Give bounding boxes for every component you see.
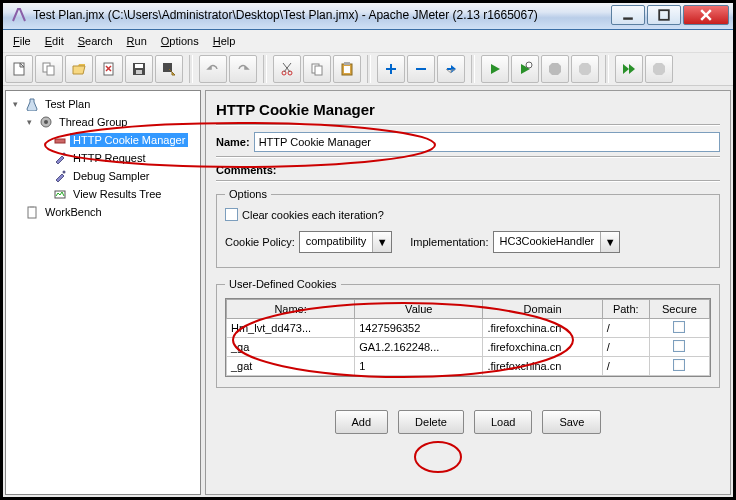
minimize-button[interactable]: [611, 5, 645, 25]
save-button[interactable]: Save: [542, 410, 601, 434]
tree-debug-sampler[interactable]: Debug Sampler: [8, 167, 198, 185]
table-row[interactable]: _gat1.firefoxchina.cn/: [227, 357, 710, 376]
name-label: Name:: [216, 136, 250, 148]
window-titlebar: Test Plan.jmx (C:\Users\Administrator\De…: [0, 0, 736, 30]
policy-label: Cookie Policy:: [225, 236, 295, 248]
tree-cookie-manager[interactable]: HTTP Cookie Manager: [8, 131, 198, 149]
svg-rect-22: [344, 62, 350, 65]
toggle-icon[interactable]: [437, 55, 465, 83]
cut-icon[interactable]: [273, 55, 301, 83]
close-button[interactable]: [683, 5, 729, 25]
tree-http-request[interactable]: HTTP Request: [8, 149, 198, 167]
options-fieldset: Options Clear cookies each iteration? Co…: [216, 188, 720, 268]
new-file-icon[interactable]: [5, 55, 33, 83]
redo-icon[interactable]: [229, 55, 257, 83]
col-value[interactable]: Value: [355, 300, 483, 319]
scope-icon: [52, 186, 68, 202]
svg-marker-30: [579, 63, 591, 75]
save-icon[interactable]: [125, 55, 153, 83]
add-button[interactable]: Add: [335, 410, 389, 434]
dropper-icon: [52, 150, 68, 166]
menu-options[interactable]: Options: [155, 33, 205, 49]
collapse-icon[interactable]: [407, 55, 435, 83]
panel-heading: HTTP Cookie Manager: [216, 97, 720, 124]
svg-rect-36: [55, 139, 65, 143]
open-icon[interactable]: [65, 55, 93, 83]
dropper-icon: [52, 168, 68, 184]
table-row[interactable]: _gaGA1.2.162248....firefoxchina.cn/: [227, 338, 710, 357]
remote-start-icon[interactable]: [615, 55, 643, 83]
cookies-table[interactable]: Name: Value Domain Path: Secure Hm_lvt_d…: [226, 299, 710, 376]
tree-panel[interactable]: ▾ Test Plan ▾ Thread Group HTTP Cookie M…: [5, 90, 201, 495]
copy-icon[interactable]: [303, 55, 331, 83]
save-as-icon[interactable]: [155, 55, 183, 83]
menu-bar: File Edit Search Run Options Help: [0, 30, 736, 52]
paste-icon[interactable]: [333, 55, 361, 83]
load-button[interactable]: Load: [474, 410, 532, 434]
cookies-legend: User-Defined Cookies: [225, 278, 341, 290]
tree-view-results[interactable]: View Results Tree: [8, 185, 198, 203]
svg-rect-19: [315, 66, 322, 75]
expand-icon[interactable]: [377, 55, 405, 83]
close-file-icon[interactable]: [95, 55, 123, 83]
cookie-icon: [52, 132, 68, 148]
svg-rect-21: [344, 66, 350, 73]
table-row[interactable]: Hm_lvt_dd473...1427596352.firefoxchina.c…: [227, 319, 710, 338]
delete-button[interactable]: Delete: [398, 410, 464, 434]
col-path[interactable]: Path:: [602, 300, 649, 319]
svg-marker-31: [623, 64, 629, 74]
window-title: Test Plan.jmx (C:\Users\Administrator\De…: [33, 8, 611, 22]
chevron-down-icon: ▼: [601, 232, 619, 252]
col-secure[interactable]: Secure: [649, 300, 709, 319]
beaker-icon: [24, 96, 40, 112]
cookies-fieldset: User-Defined Cookies Name: Value Domain …: [216, 278, 720, 388]
clipboard-icon: [24, 204, 40, 220]
maximize-button[interactable]: [647, 5, 681, 25]
comments-label: Comments:: [216, 164, 277, 176]
svg-rect-1: [659, 10, 669, 20]
menu-help[interactable]: Help: [207, 33, 242, 49]
checkbox-icon[interactable]: [673, 321, 685, 333]
svg-marker-32: [629, 64, 635, 74]
remote-stop-icon[interactable]: [645, 55, 673, 83]
svg-point-37: [63, 153, 66, 156]
svg-point-35: [44, 120, 48, 124]
run-no-timer-icon[interactable]: [511, 55, 539, 83]
stop-icon[interactable]: [541, 55, 569, 83]
menu-run[interactable]: Run: [121, 33, 153, 49]
svg-rect-11: [135, 64, 143, 68]
app-icon: [11, 7, 27, 23]
menu-edit[interactable]: Edit: [39, 33, 70, 49]
svg-point-28: [526, 62, 532, 68]
col-name[interactable]: Name:: [227, 300, 355, 319]
policy-select[interactable]: compatibility ▼: [299, 231, 393, 253]
checkbox-icon[interactable]: [673, 359, 685, 371]
svg-rect-41: [30, 206, 34, 208]
impl-select[interactable]: HC3CookieHandler ▼: [493, 231, 621, 253]
svg-marker-26: [491, 64, 500, 74]
checkbox-icon[interactable]: [673, 340, 685, 352]
clear-cookies-checkbox[interactable]: Clear cookies each iteration?: [225, 208, 711, 221]
name-input[interactable]: [254, 132, 720, 152]
checkbox-icon: [225, 208, 238, 221]
tree-test-plan[interactable]: ▾ Test Plan: [8, 95, 198, 113]
col-domain[interactable]: Domain: [483, 300, 602, 319]
tree-thread-group[interactable]: ▾ Thread Group: [8, 113, 198, 131]
undo-icon[interactable]: [199, 55, 227, 83]
svg-marker-29: [549, 63, 561, 75]
impl-label: Implementation:: [410, 236, 488, 248]
svg-marker-33: [653, 63, 665, 75]
templates-icon[interactable]: [35, 55, 63, 83]
thread-icon: [38, 114, 54, 130]
svg-rect-6: [47, 66, 54, 75]
shutdown-icon[interactable]: [571, 55, 599, 83]
chevron-down-icon: ▼: [373, 232, 391, 252]
menu-file[interactable]: File: [7, 33, 37, 49]
tree-workbench[interactable]: WorkBench: [8, 203, 198, 221]
svg-rect-40: [28, 207, 36, 218]
toolbar: [0, 52, 736, 86]
options-legend: Options: [225, 188, 271, 200]
run-icon[interactable]: [481, 55, 509, 83]
svg-rect-12: [136, 70, 142, 74]
menu-search[interactable]: Search: [72, 33, 119, 49]
